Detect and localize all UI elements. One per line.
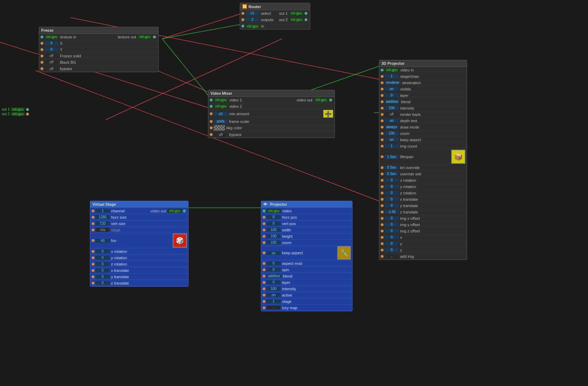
freeze-port-blackbg[interactable] (41, 61, 43, 64)
p3d-val-9: always (385, 125, 399, 129)
vm-port-v2[interactable] (210, 105, 213, 108)
out2-port[interactable] (26, 113, 29, 116)
p3d-port-12[interactable] (381, 145, 384, 148)
router-outval-1: vid-gpu (289, 11, 304, 15)
p3d-port-10[interactable] (381, 132, 384, 135)
vs-port-1[interactable] (92, 216, 94, 219)
pr-port-10[interactable] (263, 281, 265, 284)
pr-val-9: additive (267, 274, 281, 278)
p3d-val-11: on (385, 138, 399, 142)
router-outport-1[interactable] (305, 12, 307, 15)
p3d-port-5[interactable] (381, 100, 384, 103)
p3d-port-25[interactable] (381, 236, 384, 239)
vs-val-0: 1 (96, 209, 110, 213)
out2-val: vid-gpu (11, 112, 25, 116)
vm-port-v1[interactable] (210, 99, 213, 101)
vs-port-3[interactable] (92, 229, 94, 231)
p3d-port-7[interactable] (381, 113, 384, 116)
router-val-in: vid-gpu (245, 24, 260, 28)
p3d-port-1[interactable] (381, 75, 384, 78)
p3d-port-8[interactable] (381, 119, 384, 122)
p3d-port-16[interactable] (381, 179, 384, 182)
p3d-port-14[interactable] (381, 166, 384, 169)
pr-port-3[interactable] (263, 229, 265, 231)
vs-port-9[interactable] (92, 275, 94, 278)
pr-port-12[interactable] (263, 294, 265, 297)
p3d-row-6: 100 intensity (379, 105, 467, 111)
p3d-port-27[interactable] (381, 249, 384, 251)
freeze-port-x[interactable] (41, 42, 43, 45)
pr-port-9[interactable] (263, 275, 265, 278)
p3d-label-21: z translate (400, 210, 465, 214)
vs-row-6: 0 y rotation (90, 255, 188, 261)
p3d-port-6[interactable] (381, 107, 384, 110)
p3d-port-3[interactable] (381, 88, 384, 91)
router-outlabel-1: out 1 (279, 11, 288, 15)
pr-label-13: stage (282, 299, 351, 304)
p3d-row-5: additive blend (379, 99, 467, 105)
vs-port-10[interactable] (92, 282, 94, 285)
p3d-port-23[interactable] (381, 223, 384, 226)
p3d-val-27: 0 (385, 248, 399, 252)
vs-outport[interactable] (183, 210, 186, 212)
router-port-2[interactable] (241, 18, 244, 21)
p3d-val-18: 0 (385, 191, 399, 195)
p3d-port-24[interactable] (381, 230, 384, 232)
pr-port-0[interactable] (263, 210, 265, 212)
pr-port-2[interactable] (263, 222, 265, 225)
freeze-outport[interactable] (153, 36, 156, 38)
vm-port-bypass[interactable] (210, 133, 213, 136)
p3d-port-22[interactable] (381, 217, 384, 220)
freeze-label-x: X (60, 41, 157, 45)
p3d-port-15[interactable] (381, 173, 384, 175)
vm-port-bkg[interactable] (210, 126, 213, 129)
vs-port-4[interactable] (92, 239, 94, 242)
pr-val-5: 100 (267, 241, 281, 244)
vs-port-5[interactable] (92, 250, 94, 253)
freeze-port-y[interactable] (41, 48, 43, 51)
p3d-port-28[interactable] (381, 255, 384, 258)
pr-port-14[interactable] (263, 306, 265, 309)
vs-port-2[interactable] (92, 222, 94, 225)
pr-port-11[interactable] (263, 287, 265, 290)
pr-port-13[interactable] (263, 300, 265, 303)
p3d-port-11[interactable] (381, 138, 384, 141)
vm-port-frame[interactable] (210, 120, 213, 123)
pr-port-8[interactable] (263, 268, 265, 271)
router-outport-2[interactable] (305, 18, 307, 21)
p3d-port-17[interactable] (381, 185, 384, 188)
p3d-port-2[interactable] (381, 81, 384, 84)
freeze-port-frozen[interactable] (41, 55, 43, 57)
pr-port-6[interactable] (263, 251, 265, 254)
router-port-in[interactable] (241, 25, 244, 27)
p3d-label-16: x rotation (400, 178, 465, 182)
p3d-port-26[interactable] (381, 242, 384, 245)
p3d-port-4[interactable] (381, 94, 384, 97)
vm-outport[interactable] (329, 99, 332, 101)
freeze-port-bypass[interactable] (41, 67, 43, 70)
router-port-c1[interactable] (241, 12, 244, 15)
pr-port-4[interactable] (263, 235, 265, 238)
vm-port-mix[interactable] (210, 112, 213, 115)
pr-port-5[interactable] (263, 241, 265, 244)
router-val-c1: c1 (245, 11, 259, 15)
vs-port-0[interactable] (92, 210, 94, 212)
vs-port-7[interactable] (92, 263, 94, 266)
freeze-port-vidgpu[interactable] (41, 36, 43, 38)
out1-port[interactable] (26, 108, 29, 111)
p3d-port-20[interactable] (381, 204, 384, 207)
vs-port-6[interactable] (92, 256, 94, 259)
p3d-port-21[interactable] (381, 211, 384, 213)
vs-port-8[interactable] (92, 269, 94, 272)
pr-port-1[interactable] (263, 216, 265, 219)
p3d-port-13[interactable] (381, 155, 384, 158)
pr-label-10: layer (282, 280, 351, 285)
router-label-select: select (261, 11, 279, 15)
pr-row-12: on active (261, 292, 352, 298)
p3d-port-19[interactable] (381, 198, 384, 201)
p3d-port-18[interactable] (381, 192, 384, 194)
p3d-val-21: -1.56 (385, 210, 399, 214)
p3d-port-0[interactable] (381, 69, 384, 71)
p3d-port-9[interactable] (381, 126, 384, 129)
pr-port-7[interactable] (263, 262, 265, 265)
